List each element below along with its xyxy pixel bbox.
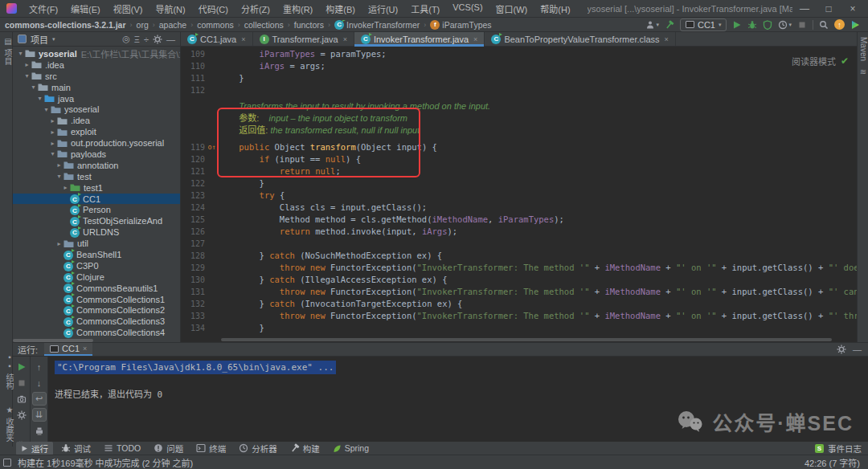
- print-button[interactable]: [32, 424, 47, 438]
- toolwindow-todo-button[interactable]: TODO: [99, 442, 145, 454]
- hide-run-panel-button[interactable]: —: [853, 345, 862, 354]
- breadcrumb-item-iParamTypes[interactable]: fiParamTypes: [430, 20, 491, 30]
- line-number[interactable]: 121: [181, 165, 205, 177]
- menu-item-窗口W[interactable]: 窗口(W): [490, 1, 534, 17]
- stop-button[interactable]: [797, 20, 807, 30]
- toolwindow-favorites-button[interactable]: ★收藏夹: [3, 406, 15, 442]
- tab-BeanToPropertyValueTransformer.class[interactable]: CBeanToPropertyValueTransformer.class×: [485, 32, 675, 46]
- tree-chevron-icon[interactable]: ▾: [29, 84, 38, 91]
- line-number[interactable]: 124: [181, 202, 205, 214]
- tree-item-util[interactable]: ▸util: [13, 238, 180, 249]
- tab-InvokerTransformer.java[interactable]: CInvokerTransformer.java×: [354, 32, 485, 46]
- toolwindow-spring-button[interactable]: Spring: [328, 442, 374, 454]
- locate-file-button[interactable]: ◎: [122, 34, 130, 44]
- caret-position[interactable]: 42:26 (7 字符): [805, 456, 860, 469]
- tree-chevron-icon[interactable]: ▾: [55, 173, 63, 180]
- scroll-to-end-button[interactable]: ⇊: [32, 408, 47, 422]
- line-number[interactable]: 112: [181, 84, 205, 96]
- line-number[interactable]: 134: [181, 322, 205, 334]
- close-button[interactable]: ×: [841, 3, 865, 14]
- tree-item-test[interactable]: ▾test: [13, 171, 180, 182]
- tree-item-C3P0[interactable]: CC3P0: [13, 260, 180, 271]
- tree-item-CommonsCollections2[interactable]: CCommonsCollections2: [13, 304, 180, 316]
- tree-chevron-icon[interactable]: ▸: [48, 140, 57, 147]
- menu-item-文件F[interactable]: 文件(F): [23, 1, 63, 17]
- tree-item-ysoserial[interactable]: ▾ysoserial: [13, 104, 180, 115]
- tree-chevron-icon[interactable]: ▸: [48, 128, 57, 136]
- minimize-button[interactable]: —: [792, 3, 817, 14]
- reader-mode-toggle[interactable]: 阅读器模式✔: [792, 55, 849, 67]
- tree-item-src[interactable]: ▾src: [13, 71, 180, 82]
- line-number[interactable]: 120: [181, 153, 205, 165]
- update-notification-icon[interactable]: ↑: [834, 19, 845, 30]
- breadcrumb-item-commons-collections-3.2.1.jar[interactable]: commons-collections-3.2.1.jar: [5, 20, 126, 30]
- down-stack-button[interactable]: ↓: [32, 376, 47, 389]
- coverage-button[interactable]: [763, 20, 772, 30]
- toolwindow-project-button[interactable]: ▤项目: [2, 37, 14, 65]
- thread-dump-button[interactable]: [14, 392, 29, 406]
- tree-item-URLDNS[interactable]: CURLDNS: [13, 226, 180, 238]
- tree-item-exploit[interactable]: ▸exploit: [13, 126, 180, 137]
- menu-item-代码C[interactable]: 代码(C): [193, 1, 234, 17]
- breadcrumb-item-functors[interactable]: functors: [294, 20, 324, 30]
- line-number[interactable]: 132: [181, 298, 205, 310]
- soft-wrap-button[interactable]: ↩: [32, 392, 47, 406]
- line-number[interactable]: 129: [181, 262, 205, 274]
- toolwindow-toggle-icon[interactable]: [3, 459, 11, 467]
- line-number[interactable]: 133: [181, 310, 205, 322]
- breadcrumb-item-commons[interactable]: commons: [197, 20, 234, 30]
- menu-item-重构R[interactable]: 重构(R): [277, 1, 318, 17]
- expand-all-button[interactable]: ÷: [144, 35, 149, 44]
- line-number[interactable]: 131: [181, 286, 205, 298]
- menu-item-导航N[interactable]: 导航(N): [149, 1, 190, 17]
- run-console-output[interactable]: "C:\Program Files\Java\jdk1.8.0_65\bin\j…: [48, 357, 868, 454]
- up-stack-button[interactable]: ↑: [32, 360, 47, 373]
- tab-CC1.java[interactable]: CCC1.java×: [181, 32, 253, 46]
- breadcrumb-item-apache[interactable]: apache: [159, 20, 186, 30]
- toolwindow-构建-button[interactable]: 构建: [285, 442, 325, 455]
- run-configuration-select[interactable]: CC1▾: [680, 18, 727, 31]
- tree-item-Person[interactable]: CPerson: [13, 204, 180, 215]
- toolwindow-maven-button[interactable]: Maven: [859, 37, 868, 61]
- tree-item-CommonsCollections3[interactable]: CCommonsCollections3: [13, 316, 180, 327]
- line-number[interactable]: 128: [181, 250, 205, 262]
- close-icon[interactable]: ×: [343, 35, 347, 43]
- tree-chevron-icon[interactable]: ▸: [23, 61, 31, 68]
- line-number[interactable]: 126: [181, 226, 205, 238]
- tree-chevron-icon[interactable]: ▾: [48, 150, 57, 157]
- chevron-down-icon[interactable]: ▾: [52, 36, 55, 43]
- close-icon[interactable]: ×: [83, 345, 87, 353]
- project-panel-title[interactable]: 项目: [31, 33, 48, 46]
- line-number[interactable]: 110: [181, 60, 205, 72]
- tree-item-ysoserial[interactable]: ▾ysoserialE:\工作栏\工具\工具集合\1.web工: [13, 48, 180, 59]
- ide-feature-button[interactable]: [850, 20, 860, 30]
- breadcrumb-item-InvokerTransformer[interactable]: CInvokerTransformer: [334, 20, 420, 30]
- close-icon[interactable]: ×: [241, 35, 245, 43]
- bug-button[interactable]: [747, 20, 757, 30]
- tree-item-payloads[interactable]: ▾payloads: [13, 149, 180, 160]
- tree-item-java[interactable]: ▾java: [13, 93, 180, 104]
- tree-item-Clojure[interactable]: CClojure: [13, 271, 180, 283]
- menu-item-帮助H[interactable]: 帮助(H): [534, 1, 575, 17]
- tree-item-CommonsCollections1[interactable]: CCommonsCollections1: [13, 294, 180, 305]
- toolwindow-问题-button[interactable]: 问题: [149, 442, 188, 455]
- stop-button[interactable]: [14, 376, 29, 389]
- line-number[interactable]: 123: [181, 190, 205, 202]
- tree-chevron-icon[interactable]: ▸: [55, 161, 63, 169]
- tree-item-CommonsCollections4[interactable]: CCommonsCollections4: [13, 327, 180, 338]
- menu-item-分析Z[interactable]: 分析(Z): [235, 1, 276, 17]
- toolwindow-structure-button[interactable]: ▪▪结构: [3, 353, 15, 389]
- editor-body[interactable]: 109 iParamTypes = paramTypes;110 iArgs =…: [181, 47, 857, 342]
- close-icon[interactable]: ×: [665, 35, 669, 43]
- commit-user-button[interactable]: ▾: [645, 20, 659, 30]
- toolwindow-调试-button[interactable]: 调试: [56, 442, 96, 455]
- tree-item-main[interactable]: ▾main: [13, 82, 180, 93]
- tree-item-annotation[interactable]: ▸annotation: [13, 160, 180, 171]
- search-button[interactable]: [819, 20, 829, 30]
- event-log-button[interactable]: S事件日志: [815, 442, 862, 455]
- line-number[interactable]: 122: [181, 177, 205, 190]
- tree-chevron-icon[interactable]: ▸: [61, 184, 70, 191]
- tree-chevron-icon[interactable]: ▸: [48, 117, 57, 124]
- editor-hscrollbar[interactable]: [221, 338, 832, 341]
- breadcrumb-item-collections[interactable]: collections: [244, 20, 284, 30]
